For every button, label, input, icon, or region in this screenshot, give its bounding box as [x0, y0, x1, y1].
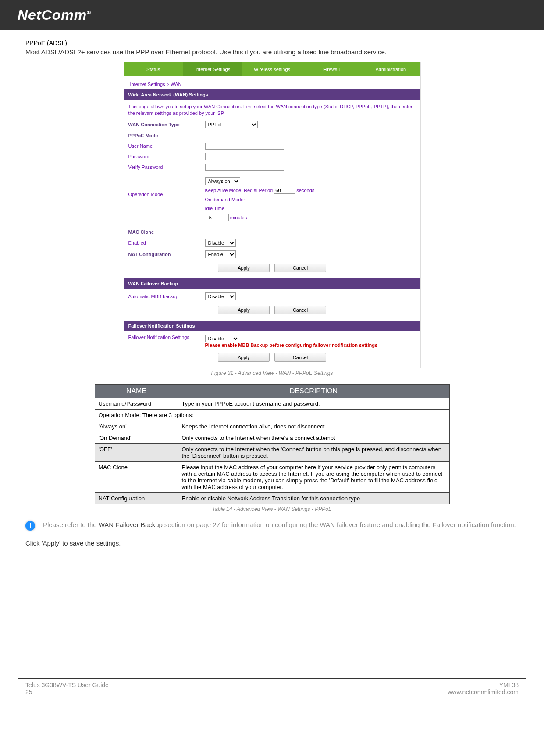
wan-desc: This page allows you to setup your WAN C…	[124, 100, 420, 119]
table-row: NAT ConfigurationEnable or disable Netwo…	[95, 493, 449, 504]
table-row: Username/PasswordType in your PPPoE acco…	[95, 398, 449, 410]
notif-warn: Please enable MBB Backup before configur…	[205, 342, 378, 348]
ondemand-label: On demand Mode:	[205, 197, 245, 202]
tab-bar: Status Internet Settings Wireless settin…	[124, 62, 420, 76]
idle-label: Idle Time	[205, 206, 225, 211]
minutes-label: minutes	[230, 215, 247, 220]
table-cell-desc: Only connects to the Internet when the '…	[178, 444, 449, 462]
table-cell-name: Username/Password	[95, 398, 178, 410]
brand-logo: NetComm®	[18, 7, 91, 23]
footer-url: www.netcommlimited.com	[448, 688, 519, 695]
opmode-select[interactable]: Always on	[205, 177, 240, 185]
intro-text: Most ADSL/ADSL2+ services use the PPP ov…	[25, 48, 519, 56]
tab-admin[interactable]: Administration	[361, 62, 420, 76]
seconds-label: seconds	[296, 188, 314, 193]
verify-label: Verify Password	[128, 164, 205, 170]
idle-input[interactable]	[208, 214, 229, 221]
notif-select[interactable]: Disable	[205, 335, 239, 342]
wan-header: Wide Area Network (WAN) Settings	[124, 89, 420, 100]
table-row: MAC ClonePlease input the MAC address of…	[95, 462, 449, 493]
mac-header: MAC Clone	[128, 229, 205, 235]
nat-select[interactable]: Enable	[205, 250, 236, 258]
password-input[interactable]	[205, 153, 284, 160]
table-cell-desc: Please input the MAC address of your com…	[178, 462, 449, 493]
th-desc: DESCRIPTION	[178, 385, 449, 398]
operation-mode-label: Operation Mode	[128, 174, 205, 197]
tab-firewall[interactable]: Firewall	[302, 62, 361, 76]
page-footer: Telus 3G38WV-TS User Guide 25 YML38 www.…	[18, 678, 526, 709]
cancel-button-3[interactable]: Cancel	[274, 353, 326, 362]
username-label: User Name	[128, 143, 205, 149]
username-input[interactable]	[205, 143, 284, 150]
tab-wireless[interactable]: Wireless settings	[242, 62, 302, 76]
final-text: Click 'Apply' to save the settings.	[25, 539, 519, 547]
info-post: section on page 27 for information on co…	[163, 521, 516, 528]
table-cell-desc: Only connects to the Internet when there…	[178, 432, 449, 444]
tab-status[interactable]: Status	[124, 62, 183, 76]
verify-input[interactable]	[205, 164, 284, 171]
brand-text: NetComm	[18, 7, 87, 23]
table-row: 'On Demand'Only connects to the Internet…	[95, 432, 449, 444]
table-cell-name: NAT Configuration	[95, 493, 178, 504]
table-cell-name: 'On Demand'	[95, 432, 178, 444]
pppoe-mode-label: PPPoE Mode	[128, 133, 205, 138]
password-label: Password	[128, 154, 205, 159]
notif-label: Failover Notification Settings	[128, 335, 205, 340]
table-caption: Table 14 - Advanced View - WAN Settings …	[25, 506, 519, 512]
cancel-button-1[interactable]: Cancel	[274, 264, 326, 272]
nat-label: NAT Configuration	[128, 252, 205, 257]
info-note: i Please refer to the WAN Failover Backu…	[25, 521, 519, 531]
table-cell-desc: Keeps the Internet connection alive, doe…	[178, 421, 449, 432]
section-title: PPPoE (ADSL)	[25, 39, 519, 46]
top-bar: NetComm®	[0, 0, 544, 30]
th-name: NAME	[95, 385, 178, 398]
info-pre: Please refer to the	[43, 521, 99, 528]
mac-enabled-label: Enabled	[128, 240, 205, 246]
redial-input[interactable]	[274, 187, 295, 194]
table-cell-name: 'OFF'	[95, 444, 178, 462]
table-cell-name: MAC Clone	[95, 462, 178, 493]
description-table: NAME DESCRIPTION Username/PasswordType i…	[95, 384, 450, 504]
screenshot-panel: Status Internet Settings Wireless settin…	[124, 62, 421, 368]
table-cell: Operation Mode; There are 3 options:	[95, 410, 449, 421]
registered-icon: ®	[87, 10, 91, 16]
notif-header: Failover Notification Settings	[124, 321, 420, 331]
breadcrumb: Internet Settings > WAN	[124, 76, 420, 89]
info-strong: WAN Failover Backup	[99, 521, 163, 528]
failover-header: WAN Failover Backup	[124, 278, 420, 289]
table-row: 'Always on'Keeps the Internet connection…	[95, 421, 449, 432]
table-cell-name: 'Always on'	[95, 421, 178, 432]
footer-guide: Telus 3G38WV-TS User Guide	[25, 681, 109, 688]
mbb-label: Automatic MBB backup	[128, 294, 205, 299]
operation-mode-block: Always on Keep Alive Mode: Redial Period…	[205, 174, 416, 225]
apply-button-3[interactable]: Apply	[218, 353, 270, 362]
tab-internet-settings[interactable]: Internet Settings	[183, 62, 242, 76]
apply-button-2[interactable]: Apply	[218, 306, 270, 314]
footer-code: YML38	[448, 681, 519, 688]
wan-type-label: WAN Connection Type	[128, 122, 205, 127]
keep-alive-label: Keep Alive Mode: Redial Period	[205, 188, 273, 193]
table-cell-desc: Type in your PPPoE account username and …	[178, 398, 449, 410]
cancel-button-2[interactable]: Cancel	[274, 306, 326, 314]
table-row: Operation Mode; There are 3 options:	[95, 410, 449, 421]
table-row: 'OFF'Only connects to the Internet when …	[95, 444, 449, 462]
footer-page: 25	[25, 688, 109, 695]
apply-button-1[interactable]: Apply	[218, 264, 270, 272]
table-cell-desc: Enable or disable Network Address Transl…	[178, 493, 449, 504]
mac-select[interactable]: Disable	[205, 239, 236, 247]
figure-caption: Figure 31 - Advanced View - WAN - PPPoE …	[211, 370, 333, 376]
mbb-select[interactable]: Disable	[205, 292, 236, 300]
wan-type-select[interactable]: PPPoE	[205, 121, 258, 128]
info-icon: i	[25, 521, 35, 531]
